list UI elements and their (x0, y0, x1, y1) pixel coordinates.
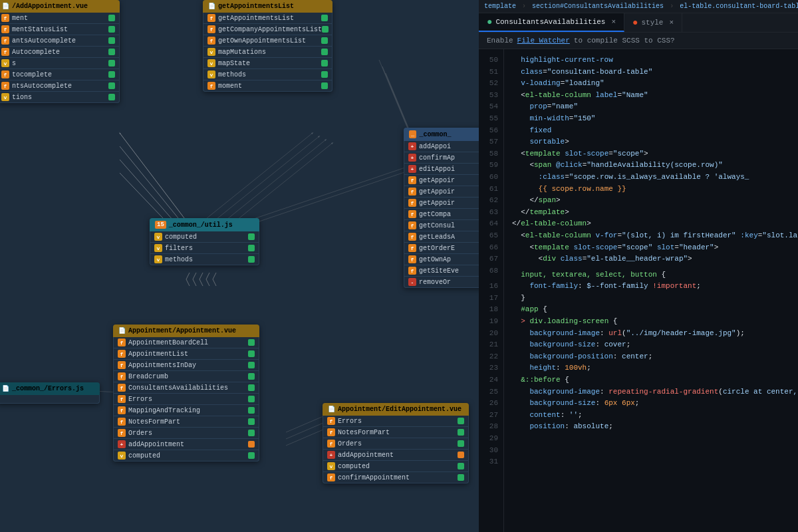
code-line: background-image: url("../img/header-ima… (512, 328, 790, 340)
node-item: fmoment (203, 80, 332, 91)
node-item: -removeOr (404, 277, 479, 287)
node-item: fconfirmAppointment (323, 472, 468, 483)
node-item: vfilters (150, 243, 259, 254)
graph-panel: 📄 /AddAppointment.vue fment fmentStatusL… (0, 0, 479, 532)
node-item: fAppointmentsInDay (114, 360, 259, 371)
code-lines-area: highlight-current-row class="consultant-… (504, 49, 798, 532)
code-line: <template slot-scope="scope" slot="heade… (512, 242, 790, 254)
code-line: background-size: 6px 6px; (512, 398, 790, 410)
code-line: {{ scope.row.name }} (512, 184, 790, 196)
node-edit-appointment-header: 📄 Appointment/EditAppointment.vue (323, 403, 469, 416)
node-item: fgetAppoir (404, 198, 479, 209)
node-item: vcomputed (323, 461, 468, 472)
node-get-appointments-header: 📄 getAppointmentsList (203, 0, 332, 13)
svg-line-6 (193, 133, 313, 229)
notification-bar: Enable File Watcher to compile SCSS to C… (479, 33, 798, 49)
svg-line-0 (120, 133, 193, 229)
code-line: sortable> (512, 136, 790, 148)
node-item: fgetLeadsA (404, 231, 479, 243)
node-item: +editAppoi (404, 164, 479, 175)
node-item: +addAppoi (404, 141, 479, 152)
node-item: vcomputed (114, 450, 259, 461)
code-line: min-width="150" (512, 113, 790, 125)
code-editor-panel: template › section#ConsultantsAvailabili… (479, 0, 798, 532)
node-appointment-vue: 📄 Appointment/Appointment.vue fAppointme… (113, 325, 259, 462)
node-item: vtions (0, 92, 119, 102)
close-tab-vue[interactable]: × (611, 18, 616, 26)
node-item: fgetAppoir (404, 175, 479, 186)
node-common-util-header: 15 _common_/util.js (150, 218, 259, 231)
node-item: fOrders (114, 428, 259, 439)
node-item: fgetSiteEve (404, 265, 479, 277)
node-item: fmentStatusList (0, 24, 119, 35)
node-item: fgetConsul (404, 220, 479, 231)
node-item: fgetCompanyAppointmentsList (203, 24, 332, 35)
node-item: fAppointmentList (114, 348, 259, 360)
code-line: position: absolute; (512, 421, 790, 433)
close-tab-style[interactable]: × (669, 19, 674, 27)
node-common-errors: 📄 _common_/Errors.js (0, 382, 100, 404)
node-item: vmapMutations (203, 47, 332, 58)
node-item: fErrors (114, 394, 259, 405)
code-line: > div.loading-screen { (512, 316, 790, 328)
line-numbers: 50 51 52 53 54 55 56 57 58 59 60 61 62 6… (479, 49, 504, 532)
code-line: input, textarea, select, button { (512, 269, 790, 281)
node-item: fgetOwnAp (404, 254, 479, 265)
node-common-errors-header: 📄 _common_/Errors.js (0, 382, 100, 395)
code-line: background-size: cover; (512, 339, 790, 351)
code-line: background-position: center; (512, 351, 790, 363)
code-line: highlight-current-row (512, 55, 790, 66)
node-item: fOrders (323, 438, 468, 450)
node-item: fConsultantsAvailabilities (114, 382, 259, 394)
code-line: content: ''; (512, 410, 790, 422)
node-common-mixin-header: _ _common_ (404, 128, 479, 141)
node-item: fgetAppointmentsList (203, 13, 332, 24)
code-line: } (512, 293, 790, 305)
code-line: :class="scope.row.is_always_available ? … (512, 172, 790, 184)
code-line: <div class="el-table__header-wrap"> (512, 253, 790, 265)
node-item: vmapState (203, 58, 332, 69)
code-line: prop="name" (512, 101, 790, 113)
code-line: <el-table-column v-for="(slot, i) im fir… (512, 230, 790, 242)
code-line: class="consultant-board-table" (512, 66, 790, 78)
code-content: 50 51 52 53 54 55 56 57 58 59 60 61 62 6… (479, 49, 798, 532)
node-add-appointment: 📄 /AddAppointment.vue fment fmentStatusL… (0, 0, 120, 103)
code-line: height: 100vh; (512, 362, 790, 374)
node-item: +addAppointment (323, 450, 468, 461)
code-line: </span> (512, 195, 790, 207)
code-line: <span @click="handleAvailability(scope.r… (512, 160, 790, 172)
node-item: fgetOwnAppointmentsList (203, 35, 332, 47)
code-line: <template slot-scope="scope"> (512, 148, 790, 160)
node-item: fntsAutocomplete (0, 80, 119, 92)
node-item: fment (0, 13, 119, 24)
tab-vue[interactable]: ● ConsultantsAvailabilities × (479, 13, 624, 32)
code-line: &::before { (512, 374, 790, 386)
code-line: font-family: $--font-family !important; (512, 281, 790, 293)
node-common-util: 15 _common_/util.js vcomputed vfilters v… (150, 218, 259, 265)
node-item: vmethods (150, 254, 259, 265)
node-item: vcomputed (150, 231, 259, 243)
node-item: fgetCompa (404, 209, 479, 220)
node-item: fAutocomplete (0, 47, 119, 58)
node-edit-appointment: 📄 Appointment/EditAppointment.vue fError… (323, 403, 469, 483)
code-line: #app { (512, 304, 790, 316)
node-item: fBreadcrumb (114, 371, 259, 382)
code-line: v-loading="loading" (512, 78, 790, 90)
node-item: fErrors (323, 416, 468, 427)
node-item: fAppointmentBoardCell (114, 337, 259, 348)
node-item: +addAppointment (114, 439, 259, 450)
file-watcher-link[interactable]: File Watcher (517, 37, 570, 45)
node-item: fNotesFormPart (114, 416, 259, 428)
tab-style[interactable]: ● style × (624, 13, 682, 32)
code-line: </el-table-column> (512, 218, 790, 230)
node-common-mixin: _ _common_ +addAppoi +confirmAp +editApp… (404, 128, 479, 288)
node-item: fNotesFormPart (323, 427, 468, 438)
node-add-appointment-header: 📄 /AddAppointment.vue (0, 0, 120, 13)
node-item: vs (0, 58, 119, 69)
code-line: background-image: repeating-radial-gradi… (512, 386, 790, 398)
node-item: fgetAppoir (404, 186, 479, 198)
node-appointment-vue-header: 📄 Appointment/Appointment.vue (113, 325, 259, 337)
editor-tabs: ● ConsultantsAvailabilities × ● style × (479, 13, 798, 33)
code-line: <el-table-column label="Name" (512, 90, 790, 102)
node-item: vmethods (203, 69, 332, 80)
